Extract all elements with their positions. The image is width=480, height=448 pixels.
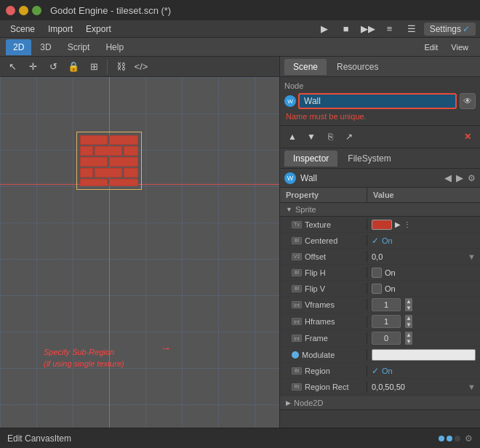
tab-3d[interactable]: 3D [33, 39, 58, 55]
rotate-tool[interactable]: ↺ [44, 57, 63, 76]
node-up-button[interactable]: ▲ [284, 129, 300, 145]
menu-button[interactable]: ☰ [402, 20, 421, 39]
next-node-button[interactable]: ▶ [456, 172, 463, 183]
node-delete-button[interactable]: ✕ [460, 129, 476, 145]
node-visibility-toggle[interactable]: 👁 [460, 93, 476, 109]
sprite-section-header[interactable]: ▼ Sprite [280, 203, 480, 217]
right-panel: Scene Resources Node W 👁 Name must be un… [280, 57, 480, 428]
tab-script[interactable]: Script [60, 39, 97, 55]
node-input-row: W 👁 [284, 93, 476, 109]
link-tool[interactable]: ⛓ [111, 57, 130, 76]
frame-down[interactable]: ▼ [405, 338, 412, 345]
stop-button[interactable]: ■ [337, 20, 356, 39]
minimize-button[interactable] [19, 6, 28, 15]
close-button[interactable] [6, 6, 15, 15]
canvas-toolbar: ↖ ✛ ↺ 🔒 ⊞ ⛓ </> [0, 57, 279, 77]
vframes-up[interactable]: ▲ [405, 298, 412, 305]
titlebar: Godot Engine - tileset.scn (*) [0, 0, 480, 20]
main-content: ↖ ✛ ↺ 🔒 ⊞ ⛓ </> [0, 57, 480, 428]
flip-h-checkbox[interactable] [372, 268, 382, 278]
node-section: Node W 👁 Name must be unique. [280, 77, 480, 126]
property-table: Property Value ▼ Sprite Tx Texture [280, 188, 480, 428]
vframes-down[interactable]: ▼ [405, 305, 412, 311]
maximize-button[interactable] [32, 6, 41, 15]
menu-import[interactable]: Import [42, 23, 79, 36]
node-copy-button[interactable]: ⎘ [322, 129, 338, 145]
node2d-section-label: Node2D [294, 399, 323, 407]
prop-hframes-value[interactable]: 1 ▲ ▼ [367, 313, 480, 329]
wall-header: W Wall ◀ ▶ ⚙ [280, 169, 480, 188]
texture-dots-icon[interactable]: ⋮ [404, 220, 411, 228]
prop-hframes: Int Hframes 1 ▲ ▼ [280, 313, 480, 330]
node-type-icon: W [284, 95, 296, 107]
annotation-text: Specify Sub-Region (if using single text… [44, 347, 124, 369]
prop-hframes-label: Int Hframes [280, 316, 367, 327]
node2d-section-header[interactable]: ▶ Node2D [280, 396, 480, 410]
menu-scene[interactable]: Scene [4, 23, 41, 36]
frame-up[interactable]: ▲ [405, 332, 412, 338]
prop-modulate-value[interactable] [367, 348, 480, 362]
prop-frame: Int Frame 0 ▲ ▼ [280, 330, 480, 347]
node-export-button[interactable]: ↗ [341, 129, 357, 145]
status-dot-3 [455, 436, 460, 441]
node-name-input[interactable] [298, 93, 457, 109]
prop-vframes-value[interactable]: 1 ▲ ▼ [367, 297, 480, 313]
prop-region-value[interactable]: ✓ On [367, 364, 480, 377]
select-tool[interactable]: ↖ [3, 57, 22, 76]
sprite-brick[interactable] [80, 135, 138, 186]
flip-v-checkbox[interactable] [372, 284, 382, 294]
prop-centered: Bl Centered ✓ On [280, 233, 480, 249]
prop-centered-value[interactable]: ✓ On [367, 234, 480, 247]
status-gear-icon[interactable]: ⚙ [465, 433, 473, 444]
region-type-icon: Bl [292, 367, 302, 375]
prop-texture-label: Tx Texture [280, 219, 367, 231]
frame-spinbox[interactable]: 0 [372, 332, 401, 345]
tabbar: 2D 3D Script Help Edit View [0, 38, 480, 57]
prop-offset: V2 Offset 0,0 ▼ [280, 249, 480, 265]
prop-region-rect-value[interactable]: 0,0,50,50 ▼ [367, 381, 480, 393]
menu-export[interactable]: Export [80, 23, 117, 36]
prev-node-button[interactable]: ◀ [444, 172, 452, 183]
hframes-up[interactable]: ▲ [405, 315, 412, 321]
offset-dropdown-icon[interactable]: ▼ [468, 252, 476, 261]
play-scene-button[interactable]: ▶▶ [359, 20, 377, 39]
edit-menu[interactable]: Edit [418, 41, 444, 53]
prop-region-rect: Rt Region Rect 0,0,50,50 ▼ [280, 379, 480, 395]
region-rect-dropdown-icon[interactable]: ▼ [468, 383, 476, 391]
hframes-spinbox[interactable]: 1 [372, 315, 401, 328]
node-settings-icon[interactable]: ⚙ [468, 173, 476, 183]
wall-title: Wall [300, 173, 440, 183]
prop-flip-h-value[interactable]: On [367, 266, 480, 279]
tab-2d[interactable]: 2D [6, 39, 31, 55]
prop-frame-value[interactable]: 0 ▲ ▼ [367, 330, 480, 346]
prop-offset-value[interactable]: 0,0 ▼ [367, 251, 480, 263]
prop-texture-value[interactable]: ▶ ⋮ [367, 218, 480, 231]
tab-help[interactable]: Help [98, 39, 131, 55]
annotation-arrow-icon: → [160, 342, 172, 355]
tab-resources[interactable]: Resources [328, 59, 387, 75]
tab-scene[interactable]: Scene [284, 59, 327, 75]
tab-inspector[interactable]: Inspector [284, 151, 337, 167]
tab-filesystem[interactable]: FileSystem [339, 151, 399, 167]
grid-overlay [0, 77, 279, 428]
node-down-button[interactable]: ▼ [303, 129, 319, 145]
move-tool[interactable]: ✛ [23, 57, 42, 76]
code-tool[interactable]: </> [132, 57, 151, 76]
prop-flip-h-label: Bl Flip H [280, 267, 367, 279]
lock-tool[interactable]: 🔒 [64, 57, 83, 76]
play-button[interactable]: ▶ [315, 20, 334, 39]
hframes-down[interactable]: ▼ [405, 321, 412, 328]
modulate-color-swatch[interactable] [372, 349, 476, 361]
canvas-viewport[interactable]: Specify Sub-Region (if using single text… [0, 77, 279, 428]
status-right: ⚙ [439, 433, 473, 444]
texture-preview-swatch[interactable] [372, 220, 392, 230]
debug-button[interactable]: ≡ [380, 20, 399, 39]
vframes-spinbox[interactable]: 1 [372, 298, 401, 311]
texture-type-icon: Tx [292, 221, 302, 228]
hframes-spinbox-arrows: ▲ ▼ [405, 315, 412, 328]
prop-flip-v-value[interactable]: On [367, 282, 480, 295]
texture-arrow-icon[interactable]: ▶ [395, 220, 401, 228]
view-menu[interactable]: View [445, 41, 474, 53]
settings-button[interactable]: Settings ✓ [424, 23, 476, 36]
group-tool[interactable]: ⊞ [84, 57, 103, 76]
